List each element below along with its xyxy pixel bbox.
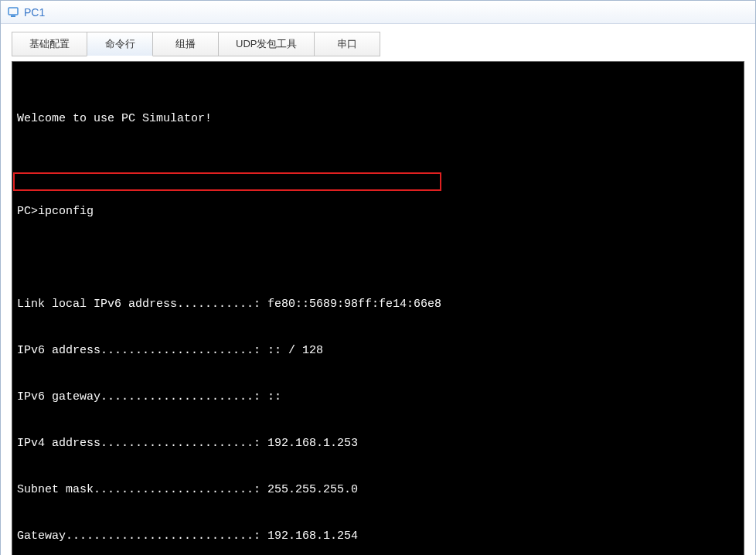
pc1-ipv4-highlight — [13, 172, 441, 191]
terminal-line: Link local IPv6 address...........: fe80… — [17, 297, 739, 312]
terminal-line: Welcome to use PC Simulator! — [17, 111, 739, 127]
tab-serial[interactable]: 串口 — [314, 32, 380, 56]
pc1-titlebar[interactable]: PC1 — [1, 1, 755, 24]
pc1-title: PC1 — [24, 6, 749, 19]
tab-cli[interactable]: 命令行 — [87, 32, 153, 56]
svg-rect-1 — [11, 15, 15, 17]
terminal-line: IPv6 address......................: :: /… — [17, 343, 739, 359]
tab-multicast[interactable]: 组播 — [152, 32, 219, 56]
terminal-line: Gateway...........................: 192.… — [17, 529, 739, 544]
tab-basic-config[interactable]: 基础配置 — [12, 32, 87, 56]
pc1-window: PC1 基础配置 命令行 组播 UDP发包工具 串口 Welcome to us… — [0, 0, 756, 555]
pc1-terminal[interactable]: Welcome to use PC Simulator! PC>ipconfig… — [12, 61, 744, 555]
terminal-line — [17, 158, 739, 173]
terminal-line-ipv4: IPv4 address......................: 192.… — [17, 436, 739, 451]
terminal-line — [17, 250, 739, 266]
tab-udp-tool[interactable]: UDP发包工具 — [218, 32, 315, 56]
pc-icon — [7, 6, 19, 19]
svg-rect-0 — [9, 8, 18, 15]
pc1-tabs: 基础配置 命令行 组播 UDP发包工具 串口 — [12, 32, 744, 56]
pc1-tabs-area: 基础配置 命令行 组播 UDP发包工具 串口 — [1, 24, 755, 61]
terminal-line: IPv6 gateway......................: :: — [17, 390, 739, 405]
terminal-line: Subnet mask.......................: 255.… — [17, 482, 739, 498]
terminal-line: PC>ipconfig — [17, 204, 739, 220]
